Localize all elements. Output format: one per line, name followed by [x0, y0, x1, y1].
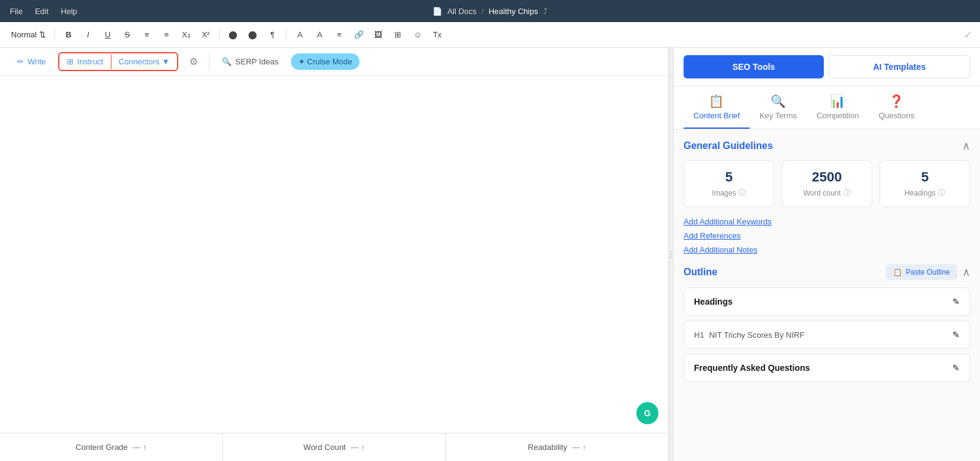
headings-info-icon[interactable]: ⓘ [938, 188, 945, 198]
content-tabs: 📋 Content Brief 🔍 Key Terms 📊 Competitio… [674, 86, 980, 129]
underline-button[interactable]: U [99, 26, 116, 44]
grammarly-button[interactable]: G [636, 402, 658, 424]
images-info-icon[interactable]: ⓘ [739, 188, 746, 198]
doc-icon: 📄 [432, 7, 442, 16]
serp-label: SERP Ideas [235, 57, 279, 66]
ordered-list-button[interactable]: ≡ [138, 26, 156, 44]
right-panel-body: General Guidelines ∧ 5 Images ⓘ 2500 Wor… [674, 129, 980, 461]
content-grade-arrows: — ↑ [133, 443, 147, 452]
tab-content-brief[interactable]: 📋 Content Brief [684, 86, 750, 129]
doc-title: Healthy Chips [489, 7, 538, 16]
headings-value: 5 [888, 169, 962, 185]
breadcrumb-separator: / [481, 7, 484, 16]
instruct-connectors-group: ⊞ Instruct Connectors ▼ [58, 52, 178, 71]
add-keywords-link[interactable]: Add Additional Keywords [684, 217, 970, 226]
tab-key-terms-label: Key Terms [760, 111, 797, 120]
strikethrough-button[interactable]: S [119, 26, 136, 44]
highlight-button[interactable]: A [311, 26, 328, 44]
table-button[interactable]: ⊞ [390, 26, 407, 44]
instruct-icon: ⊞ [67, 57, 74, 66]
emoji-button[interactable]: ☺ [409, 26, 426, 44]
italic-button[interactable]: I [80, 26, 97, 44]
superscript-button[interactable]: X² [197, 26, 214, 44]
subscript-button[interactable]: X₂ [178, 26, 195, 44]
editor-body[interactable] [0, 76, 668, 433]
main-area: ✏ Write ⊞ Instruct Connectors ▼ ⚙ 🔍 [0, 48, 980, 461]
outline-title: Outline [684, 267, 717, 278]
readability-label: Readability [528, 443, 567, 452]
share-icon[interactable]: ⤴ [543, 7, 548, 16]
panel-top-tabs: SEO Tools AI Templates [674, 48, 980, 86]
divider-2 [219, 29, 220, 41]
connectors-button[interactable]: Connectors ▼ [111, 53, 177, 70]
align-left-button[interactable]: ⬤ [225, 26, 242, 44]
tab-key-terms[interactable]: 🔍 Key Terms [750, 86, 807, 129]
word-count-info-icon[interactable]: ⓘ [843, 188, 851, 198]
stats-row: 5 Images ⓘ 2500 Word count ⓘ 5 [684, 160, 970, 207]
outline-item-headings: Headings ✎ [684, 288, 970, 316]
toolbar-divider [209, 55, 209, 69]
images-stat: 5 Images ⓘ [684, 160, 774, 207]
align-right-button[interactable]: ⬤ [244, 26, 262, 44]
key-terms-icon: 🔍 [771, 94, 786, 109]
format-bar: Normal ⇅ B I U S ≡ ≡ X₂ X² ⬤ ⬤ ¶ A A ≡ 🔗… [0, 22, 980, 48]
headings-item-label: Headings [694, 297, 733, 307]
tab-questions[interactable]: ❓ Questions [869, 86, 924, 129]
headings-label: Headings ⓘ [888, 188, 962, 198]
resize-handle[interactable]: ⋮ [669, 48, 674, 461]
style-selector[interactable]: Normal ⇅ [7, 28, 50, 42]
h1-edit-icon[interactable]: ✎ [952, 330, 960, 340]
headings-edit-icon[interactable]: ✎ [952, 297, 960, 307]
images-value: 5 [692, 169, 766, 185]
menu-help[interactable]: Help [61, 7, 77, 16]
status-bar: Content Grade — ↑ Word Count — ↑ Readabi… [0, 433, 668, 461]
questions-icon: ❓ [889, 94, 904, 109]
font-color-button[interactable]: A [292, 26, 309, 44]
cruise-label: ✦ Cruise Mode [298, 57, 352, 66]
ai-templates-tab[interactable]: AI Templates [829, 55, 970, 78]
menu-edit[interactable]: Edit [35, 7, 48, 16]
bold-button[interactable]: B [60, 26, 77, 44]
unordered-list-button[interactable]: ≡ [158, 26, 175, 44]
content-grade-label: Content Grade [75, 443, 127, 452]
clear-format-button[interactable]: Tx [429, 26, 446, 44]
add-references-link[interactable]: Add References [684, 231, 970, 240]
paste-outline-label: Paste Outline [906, 268, 950, 276]
h1-content: H1 NIT Trichy Scores By NIRF [694, 330, 804, 340]
indent-button[interactable]: ¶ [264, 26, 281, 44]
general-guidelines-collapse[interactable]: ∧ [962, 139, 970, 153]
add-notes-link[interactable]: Add Additional Notes [684, 245, 970, 254]
tab-competition[interactable]: 📊 Competition [807, 86, 869, 129]
menu-bar: File Edit Help 📄 All Docs / Healthy Chip… [0, 0, 980, 22]
paste-outline-button[interactable]: 📋 Paste Outline [886, 264, 957, 280]
menu-file[interactable]: File [10, 7, 23, 16]
faq-edit-icon[interactable]: ✎ [952, 363, 960, 373]
link-button[interactable]: 🔗 [350, 26, 368, 44]
settings-button[interactable]: ⚙ [183, 51, 204, 72]
image-button[interactable]: 🖼 [370, 26, 387, 44]
editor-panel: ✏ Write ⊞ Instruct Connectors ▼ ⚙ 🔍 [0, 48, 669, 461]
serp-ideas-button[interactable]: 🔍 SERP Ideas [214, 53, 286, 70]
text-align-button[interactable]: ≡ [331, 26, 348, 44]
paste-icon: 📋 [893, 268, 902, 276]
readability-status: Readability — ↑ [446, 433, 668, 461]
write-button[interactable]: ✏ Write [10, 53, 53, 70]
connectors-arrow: ▼ [162, 57, 170, 66]
divider-1 [55, 29, 55, 41]
headings-stat: 5 Headings ⓘ [880, 160, 970, 207]
style-label: Normal [11, 30, 37, 39]
word-count-label: Word Count [303, 443, 345, 452]
instruct-button[interactable]: ⊞ Instruct [59, 53, 111, 70]
all-docs-link[interactable]: All Docs [447, 7, 477, 16]
search-icon: 🔍 [222, 57, 232, 66]
seo-tools-tab[interactable]: SEO Tools [684, 55, 824, 78]
tab-competition-label: Competition [816, 111, 859, 120]
doc-breadcrumb: 📄 All Docs / Healthy Chips ⤴ [432, 7, 547, 16]
word-count-value: 2500 [790, 169, 864, 185]
write-label: Write [28, 57, 46, 66]
outline-collapse[interactable]: ∧ [962, 265, 970, 279]
general-guidelines-title: General Guidelines [684, 140, 773, 151]
outline-section: Outline 📋 Paste Outline ∧ Headings ✎ [684, 264, 970, 382]
tab-questions-label: Questions [878, 111, 914, 120]
cruise-mode-button[interactable]: ✦ Cruise Mode [291, 53, 360, 70]
